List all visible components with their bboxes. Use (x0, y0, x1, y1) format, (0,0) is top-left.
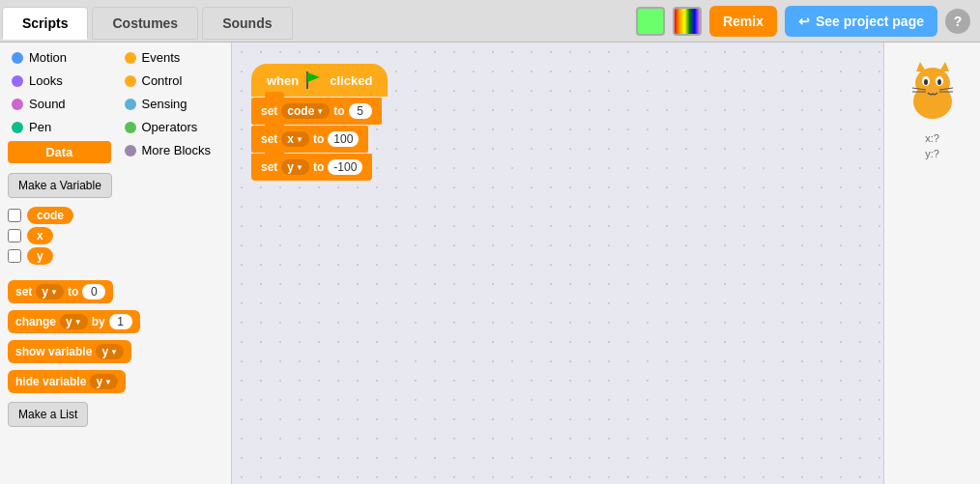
block-set-y-to-0[interactable]: set y ▼ to 0 (8, 278, 223, 305)
script-area[interactable]: when clicked set code ▼ to (232, 43, 883, 484)
sidebar-item-more-blocks[interactable]: More Blocks (117, 139, 228, 161)
control-label: Control (142, 73, 183, 88)
svg-marker-4 (916, 62, 926, 71)
block-change-y-by-1[interactable]: change y ▼ by 1 (8, 308, 223, 335)
variable-x-badge[interactable]: x (27, 227, 53, 244)
variable-y-checkbox[interactable] (8, 249, 21, 263)
sprite-cat (899, 58, 966, 128)
to-label-1: to (68, 285, 78, 299)
category-col2: Events Control Sensing Operators More Bl… (117, 46, 228, 165)
set-y-to-label: to (313, 160, 324, 174)
tab-costumes[interactable]: Costumes (92, 7, 198, 40)
pen-label: Pen (29, 120, 51, 134)
see-project-button[interactable]: ↩ See project page (785, 6, 937, 37)
sensing-label: Sensing (142, 97, 187, 111)
y-dropdown-3[interactable]: y ▼ (96, 344, 124, 359)
arrow-icon: ↩ (798, 14, 810, 29)
data-label: Data (45, 145, 72, 159)
motion-label: Motion (29, 50, 67, 65)
sound-label: Sound (29, 97, 66, 111)
sensing-dot (125, 99, 136, 110)
color-rainbow-button[interactable] (673, 7, 702, 36)
looks-dot (12, 75, 23, 87)
sidebar-item-motion[interactable]: Motion (4, 46, 115, 69)
sidebar-item-control[interactable]: Control (117, 70, 228, 92)
show-variable-label: show variable (15, 345, 92, 358)
cat-svg (899, 58, 966, 126)
y-value-input[interactable]: -100 (328, 159, 362, 175)
sidebar-item-sensing[interactable]: Sensing (117, 93, 228, 115)
set-y-block[interactable]: set y ▼ to -100 (251, 154, 372, 181)
set-y-set-label: set (261, 160, 277, 174)
see-project-label: See project page (816, 14, 924, 29)
pen-dot (12, 122, 23, 133)
svg-point-9 (937, 79, 941, 85)
sidebar-item-data[interactable]: Data (8, 141, 111, 163)
sidebar-item-looks[interactable]: Looks (4, 70, 115, 92)
tab-sounds[interactable]: Sounds (202, 7, 292, 40)
looks-label: Looks (29, 73, 63, 88)
variable-y-item: y (8, 247, 223, 265)
value-input-2[interactable]: 1 (109, 314, 132, 329)
control-dot (125, 75, 136, 87)
category-col1: Motion Looks Sound Pen Data (4, 46, 115, 165)
code-dropdown[interactable]: code ▼ (281, 103, 330, 119)
svg-marker-5 (939, 62, 949, 71)
sidebar-item-operators[interactable]: Operators (117, 116, 228, 138)
variable-code-badge[interactable]: code (27, 207, 73, 224)
events-label: Events (142, 50, 181, 65)
variable-code-checkbox[interactable] (8, 209, 21, 222)
change-label: change (15, 315, 56, 328)
motion-dot (12, 52, 23, 64)
tab-scripts[interactable]: Scripts (2, 7, 88, 40)
variable-code-item: code (8, 207, 223, 224)
cmd-set-y: set y ▼ to -100 (251, 154, 388, 181)
block-hide-variable-y[interactable]: hide variable y ▼ (8, 368, 223, 395)
set-label-1: set (15, 285, 32, 299)
color-green-button[interactable] (636, 7, 665, 36)
remix-button[interactable]: Remix (709, 6, 777, 37)
value-input-1[interactable]: 0 (82, 284, 105, 299)
sidebar: Motion Looks Sound Pen Data (0, 43, 232, 484)
by-label: by (92, 315, 105, 328)
set-code-to-label: to (333, 104, 344, 118)
header-right: Remix ↩ See project page ? (636, 6, 980, 37)
y-dropdown-2[interactable]: y ▼ (60, 314, 88, 329)
clicked-label: clicked (330, 73, 372, 88)
main: Motion Looks Sound Pen Data (0, 43, 980, 484)
variable-y-badge[interactable]: y (27, 247, 53, 265)
variable-x-checkbox[interactable] (8, 229, 21, 242)
more-label: More Blocks (142, 143, 212, 157)
sidebar-item-pen[interactable]: Pen (4, 116, 115, 138)
code-value-input[interactable]: 5 (349, 103, 372, 119)
make-list-button[interactable]: Make a List (8, 402, 88, 427)
sound-dot (12, 99, 23, 110)
script-block-group: when clicked set code ▼ to (251, 64, 388, 181)
category-area: Motion Looks Sound Pen Data (0, 43, 231, 169)
operators-label: Operators (142, 120, 198, 134)
y-dropdown-1[interactable]: y ▼ (36, 284, 64, 299)
hide-variable-label: hide variable (15, 375, 86, 388)
more-dot (125, 145, 136, 157)
flag-icon (304, 71, 324, 89)
svg-marker-1 (307, 72, 320, 82)
set-x-to-label: to (313, 132, 324, 146)
x-dropdown[interactable]: x ▼ (281, 131, 309, 147)
y-script-dropdown[interactable]: y ▼ (281, 159, 309, 175)
y-dropdown-4[interactable]: y ▼ (90, 374, 118, 389)
when-label: when (267, 73, 299, 88)
x-value-input[interactable]: 100 (328, 131, 359, 147)
sprite-x-info: x:? (925, 132, 939, 144)
operators-dot (125, 122, 136, 133)
help-button[interactable]: ? (945, 9, 970, 34)
make-variable-button[interactable]: Make a Variable (8, 173, 112, 198)
variable-x-item: x (8, 227, 223, 244)
events-dot (125, 52, 136, 64)
sidebar-item-events[interactable]: Events (117, 46, 228, 69)
block-show-variable-y[interactable]: show variable y ▼ (8, 338, 223, 365)
sprite-panel: x:? y:? (883, 43, 980, 484)
sidebar-item-sound[interactable]: Sound (4, 93, 115, 115)
svg-point-8 (924, 79, 928, 85)
sprite-y-info: y:? (925, 148, 939, 159)
set-x-set-label: set (261, 132, 277, 146)
